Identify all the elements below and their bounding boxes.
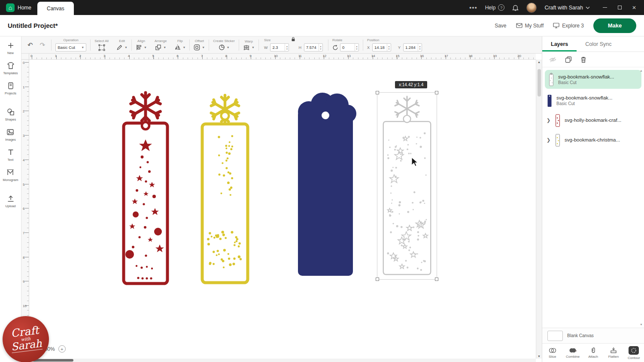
undo-icon[interactable]: ↶ [27,41,33,49]
selection-handle-bottom-left[interactable] [376,278,379,281]
tab-color-sync[interactable]: Color Sync [577,36,620,51]
bookmark-red-snowflake[interactable] [120,89,171,286]
sidebar-item-projects[interactable]: Projects [5,82,16,95]
lock-icon[interactable] [291,37,295,42]
explore-button[interactable]: Explore 3 [553,23,584,29]
combine-button[interactable]: ▾ Combine [562,344,583,362]
shapes-icon [7,108,15,116]
rotate-stepper[interactable]: ▲▼ [355,44,358,51]
selection-handle-bottom-right[interactable] [435,278,438,281]
flatten-icon [610,347,617,353]
hanging-hole [142,122,149,130]
minimize-button[interactable] [598,0,612,15]
panel-scroll-up-arrow[interactable]: ▲ [640,69,643,72]
vertical-scroll-thumb[interactable] [538,69,541,97]
create-sticker-icon [219,44,225,51]
height-stepper[interactable]: ▲▼ [319,44,322,51]
operation-select[interactable]: Basic Cut▼ [55,43,86,51]
horizontal-scroll-thumb[interactable] [33,359,73,362]
attach-button[interactable]: Attach [583,344,603,362]
size-group: Size W ▲▼ H ▲▼ [259,36,328,53]
layer-row-snowflake-navy[interactable]: svg-bookmark-snowflak... Basic Cut [542,90,644,110]
layer-row-snowflake-white[interactable]: svg-bookmark-snowflak... Basic Cut [545,70,641,89]
scroll-down-arrow[interactable]: ▼ [538,355,541,358]
operation-label: Operation [64,38,79,42]
edit-button[interactable]: Edit ▼ [112,36,131,53]
selection-handle-top-left[interactable] [376,91,379,94]
bookmark-navy-solid[interactable] [294,88,356,278]
flip-button[interactable]: Flip ▼ [170,36,189,53]
notifications-bell-icon[interactable] [512,4,519,11]
canvas-viewport[interactable]: 01234567891011121314151617181920 0123456… [21,54,542,362]
make-button[interactable]: Make [593,18,636,33]
save-button[interactable]: Save [495,23,506,29]
expand-chevron-icon[interactable]: ❯ [547,118,551,123]
christmas-tree-pattern [125,139,164,280]
bookmark-yellow-snowflake[interactable] [199,91,251,287]
align-button[interactable]: Align ▼ [132,36,151,53]
selection-handle-top-right[interactable] [435,91,438,94]
contour-button[interactable]: Contour [624,344,644,362]
star-pattern [388,136,428,268]
flatten-button[interactable]: Flatten [603,344,623,362]
upload-icon [7,195,15,202]
canvas-horizontal-scrollbar[interactable] [29,359,536,362]
sidebar-item-images[interactable]: Images [5,128,16,142]
overflow-menu-icon[interactable]: ••• [469,4,477,11]
layer-group-holly-bookmark[interactable]: ❯ svg-holly-bookmark-craf... [542,110,644,130]
select-all-button[interactable]: Select All [91,36,112,53]
user-avatar[interactable] [526,3,537,13]
canvas-vertical-scrollbar[interactable]: ▲ ▼ [536,60,542,359]
cricut-home-icon: ⌂ [6,3,15,12]
scroll-up-arrow[interactable]: ▲ [538,60,541,63]
slice-button[interactable]: Slice [542,344,562,362]
home-button[interactable]: ⌂ Home [0,0,37,15]
my-stuff-button[interactable]: My Stuff [516,23,544,29]
craft-with-sarah-logo: Craft with Sarah [3,316,49,362]
sidebar-item-templates[interactable]: Templates [3,62,18,75]
panel-scroll-down-arrow[interactable]: ▼ [640,323,643,326]
close-button[interactable]: ✕ [627,0,641,15]
layer-group-christmas-bookmark[interactable]: ❯ svg-bookmark-christma... [542,130,644,150]
attach-icon [590,347,596,353]
width-stepper[interactable]: ▲▼ [285,44,289,51]
align-icon [136,44,142,51]
redo-icon[interactable]: ↷ [40,41,46,49]
tab-canvas[interactable]: Canvas [37,2,74,15]
visibility-icon[interactable] [549,57,556,63]
sidebar-item-text[interactable]: Text [7,148,15,162]
svg-text:▾: ▾ [576,350,577,352]
account-menu[interactable]: Craft with Sarah [544,5,590,11]
snowflake-topper-red [131,93,161,123]
h-ruler: 01234567891011121314151617181920 [29,54,536,60]
create-sticker-button[interactable]: Create Sticker ▼ [209,36,239,53]
blank-canvas-label: Blank Canvas [567,333,594,338]
expand-chevron-icon[interactable]: ❯ [547,137,551,143]
tab-layers[interactable]: Layers [542,36,577,51]
warp-icon [243,45,250,51]
duplicate-icon[interactable] [565,56,572,63]
trash-icon[interactable] [580,56,586,63]
hanging-hole [404,115,411,123]
sidebar-item-monogram[interactable]: Monogram [3,169,18,182]
layers-panel: Layers Color Sync svg-bookmark-snowflak.… [542,36,644,362]
blank-canvas-row[interactable]: Blank Canvas [542,328,644,343]
sidebar-item-new[interactable]: New [7,42,15,55]
bookmark-white-snowflake[interactable] [377,93,437,279]
selection-box[interactable] [377,92,437,280]
sidebar-item-upload[interactable]: Upload [6,195,16,208]
projects-icon [7,82,15,90]
zoom-in-button[interactable]: + [58,345,66,353]
rotate-icon[interactable] [332,45,338,51]
rotate-group: Rotate ▲▼ [328,36,363,53]
x-stepper[interactable]: ▲▼ [387,44,391,51]
help-button[interactable]: Help ? [485,4,505,11]
canvas-color-swatch[interactable] [547,331,563,341]
maximize-button[interactable] [612,0,627,15]
offset-button[interactable]: Offset ▼ [190,36,209,53]
sidebar-item-shapes[interactable]: Shapes [5,108,16,121]
y-stepper[interactable]: ▲▼ [418,44,422,51]
arrange-button[interactable]: Arrange ▼ [151,36,170,53]
layer-actions-bar: Slice ▾ Combine Attach Flatten Contour [542,343,644,362]
warp-button[interactable]: Warp ▼ [239,36,258,53]
